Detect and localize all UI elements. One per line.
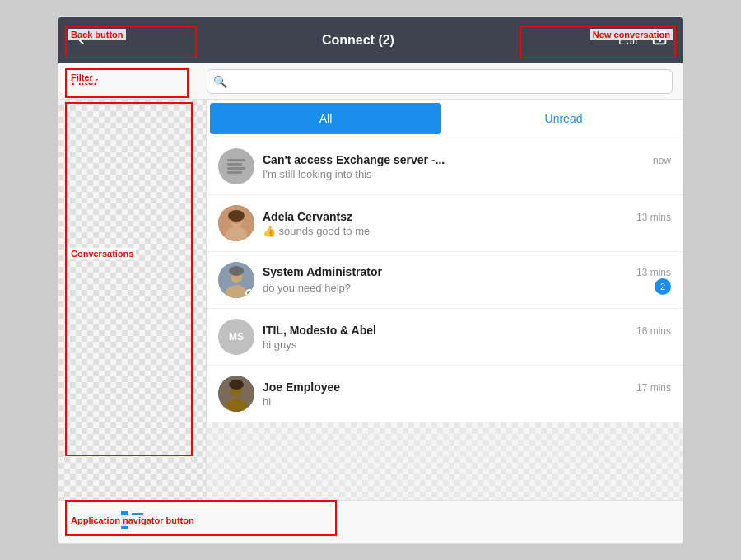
conv-top: Can't access Exchange server -... now	[263, 153, 671, 166]
tab-unread[interactable]: Unread	[448, 103, 679, 134]
conv-preview: 👍 sounds good to me	[263, 225, 671, 237]
svg-point-12	[229, 266, 244, 276]
conv-top: System Administrator 13 mins	[263, 265, 671, 278]
tab-all[interactable]: All	[210, 103, 441, 134]
conv-name: System Administrator	[263, 265, 382, 278]
tabs: All Unread	[207, 100, 683, 138]
list-item[interactable]: Joe Employee 17 mins hi	[207, 366, 683, 422]
conv-name: Can't access Exchange server -...	[263, 153, 445, 166]
avatar	[218, 376, 254, 412]
filter-input-wrap: 🔍	[207, 69, 673, 94]
conv-preview: I'm still looking into this	[263, 168, 671, 180]
conv-details: ITIL, Modesto & Abel 16 mins hi guys	[263, 324, 671, 351]
filter-bar: Filter 🔍	[58, 63, 683, 100]
list-item[interactable]: Adela Cervantsz 13 mins 👍 sounds good to…	[207, 195, 683, 252]
conv-top: Adela Cervantsz 13 mins	[263, 210, 671, 223]
svg-point-17	[229, 380, 244, 390]
right-panel: All Unread	[207, 100, 683, 500]
conv-details: Adela Cervantsz 13 mins 👍 sounds good to…	[263, 210, 671, 237]
annotation-newconv-label: New conversation	[590, 29, 673, 40]
conversation-list: Can't access Exchange server -... now I'…	[207, 138, 683, 500]
avatar: MS	[218, 319, 254, 355]
svg-point-7	[228, 210, 245, 222]
conv-details: Can't access Exchange server -... now I'…	[263, 153, 671, 180]
avatar	[218, 205, 254, 241]
conv-time: 13 mins	[636, 212, 671, 223]
annotation-conversations-label: Conversations	[68, 248, 136, 259]
unread-badge: 2	[655, 278, 671, 295]
annotation-filter-label: Filter	[68, 72, 96, 83]
conv-name: Adela Cervantsz	[263, 210, 352, 223]
avatar	[218, 262, 254, 298]
conv-time: 16 mins	[636, 325, 671, 337]
avatar	[218, 148, 254, 184]
conv-time: 17 mins	[636, 382, 671, 394]
header: Connect (2) Edit	[58, 17, 683, 63]
conv-name: Joe Employee	[263, 380, 340, 394]
list-item[interactable]: Can't access Exchange server -... now I'…	[207, 138, 683, 195]
header-title: Connect (2)	[105, 33, 612, 48]
list-item[interactable]: MS ITIL, Modesto & Abel 16 mins hi guys	[207, 309, 683, 366]
conv-details: System Administrator 13 mins do you need…	[263, 265, 671, 295]
phone-container: Connect (2) Edit Filter 🔍	[58, 16, 683, 544]
conv-name: ITIL, Modesto & Abel	[263, 324, 376, 337]
conv-preview: hi guys	[263, 338, 671, 351]
empty-area	[207, 422, 683, 500]
search-icon: 🔍	[213, 75, 227, 88]
annotation-appnav-label: Application navigator button	[68, 515, 197, 526]
conv-preview: do you need help?	[263, 282, 351, 294]
online-indicator	[245, 289, 254, 297]
conv-time: now	[653, 155, 671, 166]
conv-time: 13 mins	[636, 267, 671, 278]
annotation-back-label: Back button	[68, 29, 126, 40]
list-item[interactable]: System Administrator 13 mins do you need…	[207, 252, 683, 309]
main-content: All Unread	[58, 100, 683, 500]
conv-preview: hi	[263, 395, 671, 408]
conv-top: ITIL, Modesto & Abel 16 mins	[263, 324, 671, 337]
filter-input[interactable]	[207, 69, 673, 94]
conv-details: Joe Employee 17 mins hi	[263, 380, 671, 408]
left-panel	[58, 100, 207, 500]
conv-top: Joe Employee 17 mins	[263, 380, 671, 394]
